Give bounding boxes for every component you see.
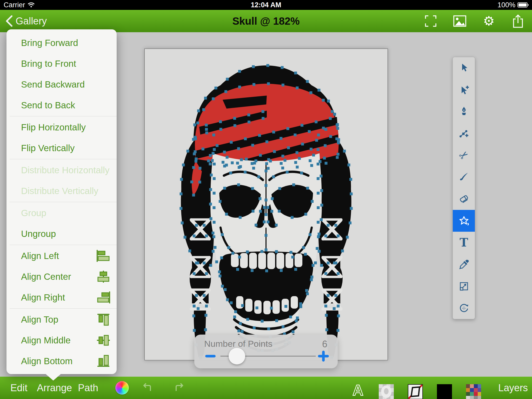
menu-item-align-bottom[interactable]: Align Bottom xyxy=(6,351,117,371)
menu-item-flip-vertically[interactable]: Flip Vertically xyxy=(6,138,117,158)
menu-item-send-backward[interactable]: Send Backward xyxy=(6,74,117,95)
clock-label: 12:04 AM xyxy=(0,1,532,9)
font-A-icon: A xyxy=(351,382,365,397)
menu-item-align-top[interactable]: Align Top xyxy=(6,309,117,330)
fill-color-swatch-button[interactable] xyxy=(437,384,452,399)
align-middle-icon xyxy=(96,334,111,347)
tool-eyedropper-button[interactable] xyxy=(453,254,475,275)
battery-icon xyxy=(517,2,529,8)
increase-points-button[interactable] xyxy=(318,351,329,362)
menu-separator xyxy=(10,308,117,309)
paintbrush-icon xyxy=(458,172,469,183)
fullscreen-icon xyxy=(424,15,437,27)
menu-item-ungroup[interactable]: Ungroup xyxy=(6,223,117,244)
menu-item-align-left[interactable]: Align Left xyxy=(6,245,117,266)
undo-icon xyxy=(142,382,153,394)
selection-arrow-icon xyxy=(458,63,469,74)
tool-rotate-button[interactable] xyxy=(453,297,475,319)
menu-separator xyxy=(10,159,117,159)
star-shape-icon xyxy=(458,215,469,226)
tool-palette: ✂ T xyxy=(453,57,475,319)
tool-star-shape-button[interactable] xyxy=(453,210,475,232)
tool-selection-button[interactable] xyxy=(453,57,475,79)
points-slider-track[interactable] xyxy=(220,356,316,357)
tool-add-anchor-button[interactable] xyxy=(453,123,475,144)
menu-item-align-center[interactable]: Align Center xyxy=(6,266,117,287)
menu-item-flip-horizontally[interactable]: Flip Horizontally xyxy=(6,117,117,138)
redo-button[interactable] xyxy=(174,377,185,399)
tool-pen-button[interactable] xyxy=(453,101,475,123)
photo-icon xyxy=(453,15,466,27)
edit-menu-button[interactable]: Edit xyxy=(10,377,27,399)
font-style-button[interactable]: A xyxy=(351,382,366,397)
eraser-icon xyxy=(458,194,469,204)
app-window: Carrier 12:04 AM 100% Gallery Skull @ 18 xyxy=(0,0,532,399)
share-icon xyxy=(513,14,523,28)
points-slider-thumb[interactable] xyxy=(229,348,245,364)
text-tool-icon: T xyxy=(460,237,468,248)
menu-separator xyxy=(10,245,117,245)
arrange-menu: Bring Forward Bring to Front Send Backwa… xyxy=(6,29,117,374)
nav-bar: Gallery Skull @ 182% ⚙ xyxy=(0,10,532,32)
eyedropper-icon xyxy=(458,259,469,270)
pattern-swatch-button[interactable] xyxy=(466,384,481,399)
bottom-toolbar: Edit Arrange Path A xyxy=(0,377,532,399)
align-bottom-icon xyxy=(96,355,111,368)
menu-item-bring-forward[interactable]: Bring Forward xyxy=(6,32,117,53)
align-right-icon xyxy=(96,291,111,304)
rotate-icon xyxy=(458,303,469,314)
layers-button[interactable]: Layers xyxy=(498,377,528,399)
number-of-points-panel: Number of Points 6 xyxy=(194,335,338,368)
points-label: Number of Points xyxy=(204,339,272,349)
settings-button[interactable]: ⚙ xyxy=(482,14,496,28)
menu-item-group[interactable]: Group xyxy=(6,203,117,223)
wifi-icon xyxy=(28,2,35,8)
menu-item-distribute-horizontally[interactable]: Distribute Horizontally xyxy=(6,160,117,181)
tool-scale-button[interactable] xyxy=(453,275,475,297)
add-anchor-icon xyxy=(458,128,469,139)
add-selection-arrow-icon xyxy=(458,84,469,95)
carrier-label: Carrier xyxy=(4,1,25,9)
menu-item-send-to-back[interactable]: Send to Back xyxy=(6,95,117,116)
points-value: 6 xyxy=(322,339,327,350)
align-left-icon xyxy=(96,249,111,262)
tool-scissors-button[interactable]: ✂ xyxy=(453,144,475,166)
menu-item-bring-to-front[interactable]: Bring to Front xyxy=(6,53,117,74)
align-center-icon xyxy=(96,270,111,283)
menu-separator xyxy=(10,116,117,116)
menu-item-distribute-vertically[interactable]: Distribute Vertically xyxy=(6,181,117,201)
align-top-icon xyxy=(96,313,111,326)
tool-eraser-button[interactable] xyxy=(453,188,475,210)
stroke-none-swatch-icon xyxy=(408,384,423,399)
gradient-swatch-button[interactable] xyxy=(379,384,394,399)
redo-icon xyxy=(174,382,185,394)
fit-to-screen-button[interactable] xyxy=(423,14,438,28)
scissors-icon: ✂ xyxy=(457,148,471,163)
gradient-swatch-icon xyxy=(379,384,394,399)
status-bar: Carrier 12:04 AM 100% xyxy=(0,0,532,10)
menu-item-align-middle[interactable]: Align Middle xyxy=(6,330,117,351)
undo-button[interactable] xyxy=(142,377,153,399)
svg-text:A: A xyxy=(353,382,363,397)
menu-pointer-tail xyxy=(45,374,61,381)
canvas-artboard[interactable] xyxy=(144,49,388,360)
tool-paintbrush-button[interactable] xyxy=(453,166,475,188)
tool-text-button[interactable]: T xyxy=(453,232,475,254)
share-button[interactable] xyxy=(511,14,525,28)
tool-add-selection-button[interactable] xyxy=(453,79,475,101)
stroke-none-swatch-button[interactable] xyxy=(408,384,423,399)
scale-icon xyxy=(458,281,469,292)
gear-icon: ⚙ xyxy=(483,15,495,28)
menu-item-align-right[interactable]: Align Right xyxy=(6,287,117,308)
pen-icon xyxy=(458,106,469,117)
skull-artwork[interactable] xyxy=(145,49,388,360)
pattern-swatch-icon xyxy=(466,384,481,399)
menu-separator xyxy=(10,202,117,202)
battery-percent-label: 100% xyxy=(497,1,515,9)
insert-photo-button[interactable] xyxy=(453,14,467,28)
decrease-points-button[interactable] xyxy=(205,355,216,357)
path-menu-button[interactable]: Path xyxy=(78,377,98,399)
color-wheel-button[interactable] xyxy=(115,381,129,395)
